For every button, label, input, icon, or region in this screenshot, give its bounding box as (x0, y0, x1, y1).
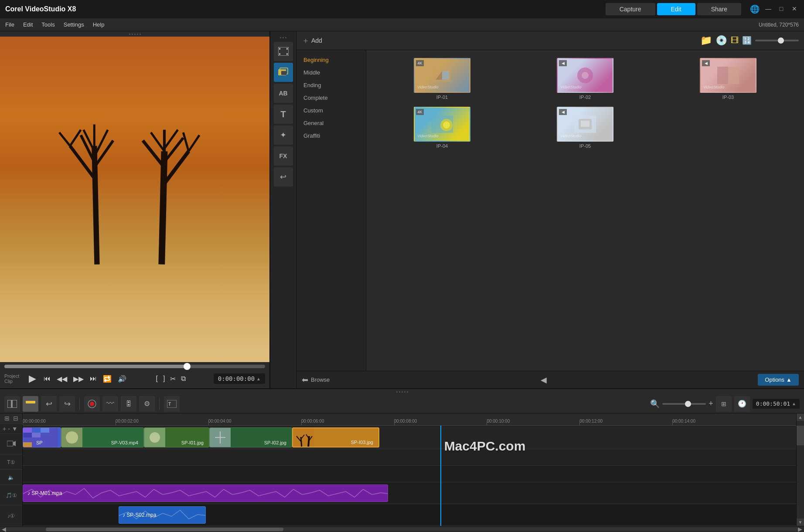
category-ending[interactable]: Ending (296, 79, 366, 91)
track-settings-button[interactable]: ⊟ (12, 414, 19, 423)
tl-storyboard-button[interactable] (4, 396, 20, 412)
zoom-out-button[interactable]: 🔍 (650, 399, 660, 409)
step-back-button[interactable]: ◀◀ (55, 373, 69, 385)
tl-timeline-button[interactable] (23, 396, 38, 412)
to-end-button[interactable]: ⏭ (88, 373, 99, 384)
text-track-row (23, 449, 796, 466)
ruler-mark-1: 00:00:02:00 (116, 419, 139, 424)
fit-to-window-button[interactable]: ⊞ (716, 396, 732, 412)
options-button[interactable]: Options ▲ (758, 374, 799, 386)
zoom-in-icon: + (709, 399, 713, 408)
clip-spi02[interactable]: SP-I02.jpg (209, 427, 292, 447)
tool-instant-project-button[interactable] (274, 63, 293, 82)
to-start-button[interactable]: ⏮ (42, 373, 52, 384)
repeat-button[interactable]: 🔁 (101, 373, 113, 385)
close-button[interactable]: ✕ (790, 4, 799, 13)
step-forward-button[interactable]: ▶▶ (72, 373, 85, 385)
tool-text-button[interactable]: T (274, 105, 293, 124)
tl-mix-button[interactable]: ⚙ (139, 396, 155, 412)
mark-in-button[interactable]: [ (154, 373, 160, 385)
clock-button[interactable]: 🕐 (734, 396, 750, 412)
clip-sps02[interactable]: ♪ SP-S02.mpa (119, 506, 206, 524)
tl-redo-button[interactable]: ↪ (59, 396, 75, 412)
zoom-slider[interactable] (662, 403, 706, 405)
film-button[interactable]: 🎞 (731, 36, 739, 45)
scroll-down-button[interactable]: ▼ (797, 518, 804, 526)
transition-icon: ↩ (280, 172, 286, 182)
browse-button[interactable]: ⬅ Browse (302, 375, 330, 385)
scroll-right-button[interactable]: ▶ (798, 526, 802, 532)
add-track-button[interactable]: ⊞ (3, 414, 10, 423)
progress-thumb[interactable] (184, 363, 191, 370)
play-button[interactable]: ▶ (25, 372, 39, 386)
timecode-up[interactable]: ▲ (256, 376, 261, 381)
scrollbar-track[interactable] (6, 528, 798, 531)
clip-spv03[interactable]: SP-V03.mp4 (61, 427, 144, 447)
folder-button[interactable]: 📁 (700, 35, 712, 46)
category-middle[interactable]: Middle (296, 66, 366, 79)
disc-button[interactable]: 💿 (715, 35, 727, 46)
category-custom[interactable]: Custom (296, 104, 366, 117)
clip-spm01[interactable]: ♪ SP-M01.mpa (23, 485, 388, 502)
clip-spi01[interactable]: SP-I01.jpg (144, 427, 209, 447)
tl-effect-button[interactable]: 🎛 (121, 396, 136, 412)
thumbnail-ip02[interactable]: ◀ VideoStudio IP-02 (514, 54, 657, 103)
thumbnail-ip05[interactable]: ◀ VideoStudio IP-05 (514, 103, 657, 152)
sidebar-drag-handle[interactable] (270, 35, 296, 40)
menu-edit[interactable]: Edit (23, 21, 33, 28)
drag-handle-preview[interactable] (0, 31, 269, 37)
volume-button[interactable]: 🔊 (116, 373, 128, 385)
zoom-in-button[interactable]: + (709, 399, 713, 408)
menu-tools[interactable]: Tools (41, 21, 55, 28)
tool-transition-button[interactable]: ↩ (274, 167, 293, 186)
category-complete[interactable]: Complete (296, 91, 366, 104)
cut-button[interactable]: ✂ (168, 373, 177, 385)
category-beginning[interactable]: Beginning (296, 54, 366, 66)
tl-audio-button[interactable]: 〰 (102, 396, 118, 412)
menu-file[interactable]: File (5, 21, 14, 28)
category-general[interactable]: General (296, 117, 366, 129)
media-top-bar: ＋ Add 📁 💿 🎞 🔢 (296, 31, 804, 50)
tl-undo-button[interactable]: ↩ (41, 396, 57, 412)
thumbnail-ip03[interactable]: ◀ VideoStudio IP-03 (657, 54, 800, 103)
scroll-left-button[interactable]: ◀ (2, 526, 6, 532)
thumbnail-ip01[interactable]: 4K VideoStudio IP-01 (371, 54, 514, 103)
add-minus-button[interactable]: - (7, 424, 11, 433)
tl-timecode-up[interactable]: ▲ (792, 401, 796, 406)
progress-bar[interactable] (4, 365, 265, 368)
tool-title-button[interactable]: AB (274, 84, 293, 103)
tl-record-button[interactable] (84, 396, 100, 412)
tool-fx-button[interactable]: FX (274, 146, 293, 166)
category-graffiti[interactable]: Graffiti (296, 129, 366, 142)
volume-track-settings[interactable]: 🔈 (7, 473, 15, 481)
add-arrow-button[interactable]: ▼ (11, 424, 19, 433)
video-track-settings[interactable] (6, 439, 17, 449)
clip-spi03[interactable]: SP-I03.jpg (292, 427, 379, 447)
number-sort-button[interactable]: 🔢 (742, 36, 752, 45)
sound-track-settings[interactable]: ♪① (7, 511, 16, 520)
clip-sp[interactable]: SP (23, 427, 61, 447)
audio-track-settings[interactable]: 🎵① (5, 491, 18, 499)
timeline-right-scrollbar[interactable]: ▲ ▼ (796, 413, 804, 526)
mark-out-button[interactable]: ] (161, 373, 167, 385)
spm01-waveform (23, 485, 388, 502)
menu-help[interactable]: Help (93, 21, 105, 28)
minimize-button[interactable]: — (764, 4, 773, 13)
thumbnail-size-slider[interactable] (755, 40, 799, 41)
timeline-drag-handle[interactable] (0, 389, 804, 394)
maximize-button[interactable]: □ (777, 4, 786, 13)
add-button[interactable]: ＋ Add (302, 35, 322, 46)
collapse-button[interactable]: ◀ (541, 375, 547, 385)
thumbnail-ip04[interactable]: 4K VideoStudio IP-04 (371, 103, 514, 152)
tool-graphics-button[interactable]: ✦ (274, 125, 293, 145)
text-track-settings[interactable]: T① (6, 457, 16, 466)
copy-button[interactable]: ⧉ (179, 373, 187, 385)
scroll-up-button[interactable]: ▲ (797, 413, 804, 421)
tab-edit[interactable]: Edit (657, 3, 695, 15)
tab-share[interactable]: Share (697, 3, 741, 15)
menu-settings[interactable]: Settings (64, 21, 84, 28)
tool-media-button[interactable] (274, 42, 293, 61)
tab-capture[interactable]: Capture (606, 3, 655, 15)
add-plus-button[interactable]: + (2, 424, 7, 433)
tl-title-tool-button[interactable]: T (164, 396, 180, 412)
